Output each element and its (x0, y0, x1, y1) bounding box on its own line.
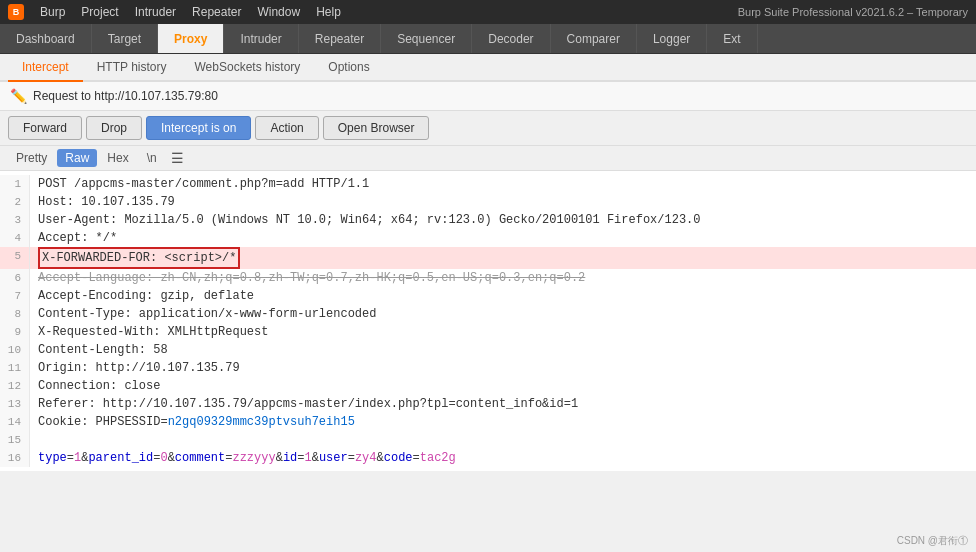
subtab-http-history[interactable]: HTTP history (83, 54, 181, 80)
view-pretty[interactable]: Pretty (8, 149, 55, 167)
code-area: 1POST /appcms-master/comment.php?m=add H… (0, 171, 976, 471)
intercept-button[interactable]: Intercept is on (146, 116, 251, 140)
line-content (30, 431, 38, 449)
table-row: 8Content-Type: application/x-www-form-ur… (0, 305, 976, 323)
table-row: 4Accept: */* (0, 229, 976, 247)
drop-button[interactable]: Drop (86, 116, 142, 140)
table-row: 2Host: 10.107.135.79 (0, 193, 976, 211)
window-title: Burp Suite Professional v2021.6.2 – Temp… (349, 6, 968, 18)
line-number: 11 (0, 359, 30, 377)
table-row: 7Accept-Encoding: gzip, deflate (0, 287, 976, 305)
line-content: Accept-Encoding: gzip, deflate (30, 287, 254, 305)
line-content: Content-Length: 58 (30, 341, 168, 359)
table-row: 5X-FORWARDED-FOR: <script>/* (0, 247, 976, 269)
tab-target[interactable]: Target (92, 24, 158, 53)
table-row: 1POST /appcms-master/comment.php?m=add H… (0, 175, 976, 193)
line-number: 15 (0, 431, 30, 449)
tab-repeater[interactable]: Repeater (299, 24, 381, 53)
line-content: Host: 10.107.135.79 (30, 193, 175, 211)
tab-sequencer[interactable]: Sequencer (381, 24, 472, 53)
table-row: 13Referer: http://10.107.135.79/appcms-m… (0, 395, 976, 413)
table-row: 10Content-Length: 58 (0, 341, 976, 359)
line-content: POST /appcms-master/comment.php?m=add HT… (30, 175, 369, 193)
table-row: 6Accept-Language: zh-CN,zh;q=0.8,zh-TW;q… (0, 269, 976, 287)
request-url: Request to http://10.107.135.79:80 (33, 89, 218, 103)
burp-logo: B (8, 4, 24, 20)
menu-window[interactable]: Window (249, 3, 308, 21)
view-raw[interactable]: Raw (57, 149, 97, 167)
line-content: Content-Type: application/x-www-form-url… (30, 305, 376, 323)
line-content: Accept-Language: zh-CN,zh;q=0.8,zh-TW;q=… (30, 269, 585, 287)
forward-button[interactable]: Forward (8, 116, 82, 140)
line-number: 16 (0, 449, 30, 467)
line-number: 1 (0, 175, 30, 193)
tab-proxy[interactable]: Proxy (158, 24, 224, 53)
top-nav: Dashboard Target Proxy Intruder Repeater… (0, 24, 976, 54)
view-newline[interactable]: \n (139, 149, 165, 167)
tab-dashboard[interactable]: Dashboard (0, 24, 92, 53)
table-row: 16type=1&parent_id=0&comment=zzzyyy&id=1… (0, 449, 976, 467)
line-content: X-Requested-With: XMLHttpRequest (30, 323, 268, 341)
line-content: User-Agent: Mozilla/5.0 (Windows NT 10.0… (30, 211, 701, 229)
line-number: 12 (0, 377, 30, 395)
line-content: type=1&parent_id=0&comment=zzzyyy&id=1&u… (30, 449, 456, 467)
line-number: 7 (0, 287, 30, 305)
request-header: ✏️ Request to http://10.107.135.79:80 (0, 82, 976, 111)
view-mode-bar: Pretty Raw Hex \n ☰ (0, 146, 976, 171)
line-number: 8 (0, 305, 30, 323)
edit-icon: ✏️ (10, 88, 27, 104)
open-browser-button[interactable]: Open Browser (323, 116, 430, 140)
tab-decoder[interactable]: Decoder (472, 24, 550, 53)
menu-repeater[interactable]: Repeater (184, 3, 249, 21)
line-number: 3 (0, 211, 30, 229)
watermark: CSDN @君衔① (897, 534, 968, 548)
subtab-intercept[interactable]: Intercept (8, 54, 83, 82)
subtab-websockets-history[interactable]: WebSockets history (181, 54, 315, 80)
view-hex[interactable]: Hex (99, 149, 136, 167)
line-number: 5 (0, 247, 30, 269)
menu-help[interactable]: Help (308, 3, 349, 21)
line-number: 10 (0, 341, 30, 359)
menu-project[interactable]: Project (73, 3, 126, 21)
hamburger-icon[interactable]: ☰ (171, 150, 184, 166)
line-number: 9 (0, 323, 30, 341)
line-content: Cookie: PHPSESSID=n2gq09329mmc39ptvsuh7e… (30, 413, 355, 431)
line-content: Origin: http://10.107.135.79 (30, 359, 240, 377)
sub-nav: Intercept HTTP history WebSockets histor… (0, 54, 976, 82)
line-number: 4 (0, 229, 30, 247)
table-row: 12Connection: close (0, 377, 976, 395)
title-bar: B Burp Project Intruder Repeater Window … (0, 0, 976, 24)
menu-burp[interactable]: Burp (32, 3, 73, 21)
menu-intruder[interactable]: Intruder (127, 3, 184, 21)
table-row: 11Origin: http://10.107.135.79 (0, 359, 976, 377)
table-row: 15 (0, 431, 976, 449)
line-content: Referer: http://10.107.135.79/appcms-mas… (30, 395, 578, 413)
line-number: 2 (0, 193, 30, 211)
line-content: Accept: */* (30, 229, 117, 247)
table-row: 3User-Agent: Mozilla/5.0 (Windows NT 10.… (0, 211, 976, 229)
line-number: 14 (0, 413, 30, 431)
tab-intruder[interactable]: Intruder (224, 24, 298, 53)
line-content: Connection: close (30, 377, 160, 395)
tab-logger[interactable]: Logger (637, 24, 707, 53)
tab-ext[interactable]: Ext (707, 24, 757, 53)
table-row: 14Cookie: PHPSESSID=n2gq09329mmc39ptvsuh… (0, 413, 976, 431)
action-button[interactable]: Action (255, 116, 318, 140)
table-row: 9X-Requested-With: XMLHttpRequest (0, 323, 976, 341)
line-content: X-FORWARDED-FOR: <script>/* (30, 247, 240, 269)
line-number: 6 (0, 269, 30, 287)
line-number: 13 (0, 395, 30, 413)
toolbar: Forward Drop Intercept is on Action Open… (0, 111, 976, 146)
tab-comparer[interactable]: Comparer (551, 24, 637, 53)
subtab-options[interactable]: Options (314, 54, 383, 80)
